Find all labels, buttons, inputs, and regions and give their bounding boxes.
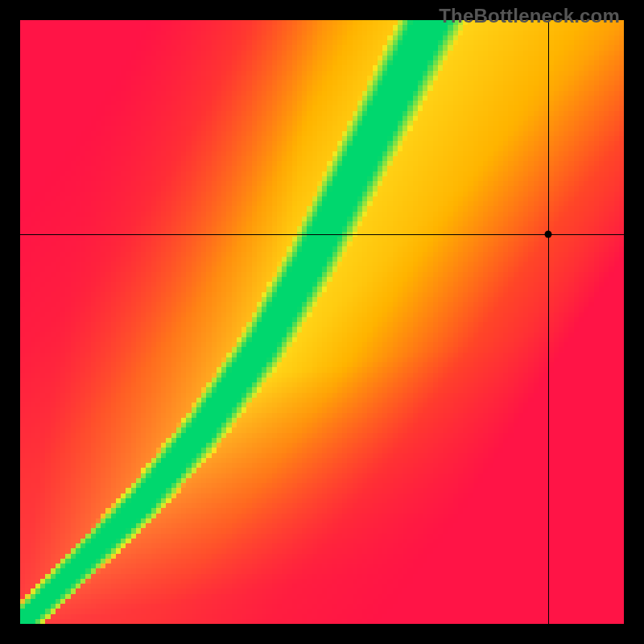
crosshair-marker-dot (545, 231, 552, 238)
crosshair-vertical (548, 20, 549, 624)
crosshair-horizontal (20, 234, 624, 235)
watermark-text: TheBottleneck.com (439, 5, 620, 27)
heatmap-plot (20, 20, 624, 624)
heatmap-canvas (20, 20, 624, 624)
plot-container: TheBottleneck.com (0, 0, 644, 644)
